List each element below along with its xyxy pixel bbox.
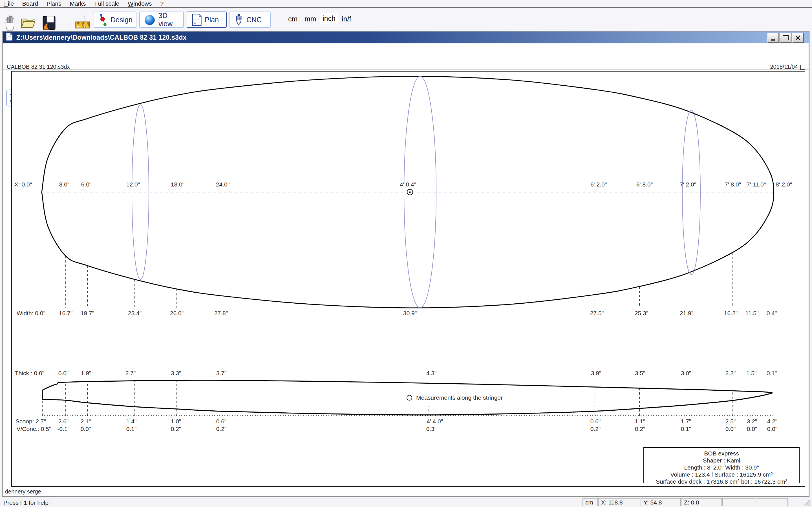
scoop-value: 1.7"	[681, 418, 691, 425]
x-value: 3.0"	[59, 181, 70, 188]
button-label: CNC	[246, 16, 262, 24]
width-value: 16.2"	[724, 310, 738, 317]
vconc-value: 0.1"	[126, 426, 137, 432]
x-value: 6' 2.0"	[591, 181, 607, 188]
canvas-date-label: 2015/11/04	[747, 64, 798, 70]
menu-item-full-scale[interactable]: Full scale	[90, 0, 124, 7]
title-bar[interactable]: Z:\Users\dennery\Downloads\CALBOB 82 31 …	[3, 32, 809, 43]
menu-item-windows[interactable]: Windows	[123, 0, 156, 7]
thick-value: 3.0"	[681, 370, 691, 377]
width-value: 27.8"	[214, 310, 228, 317]
3d-view-button[interactable]: 3D view	[139, 11, 184, 28]
scoop-value: 1.1"	[635, 418, 645, 425]
width-value: 21.9"	[680, 310, 693, 317]
x-value: 4' 0.4"	[400, 181, 416, 188]
unit-mm[interactable]: mm	[305, 15, 316, 23]
document-icon	[6, 33, 13, 43]
menu-item-file[interactable]: File	[0, 0, 18, 7]
thick-value: 0.1"	[767, 370, 777, 377]
save-icon[interactable]	[41, 14, 57, 32]
cnc-button[interactable]: CNC	[230, 11, 271, 28]
stringer-note-label: Measurements along the stringer	[416, 394, 503, 401]
thick-value: 4.3"	[426, 370, 437, 377]
width-value: 27.5"	[590, 310, 604, 317]
status-help-text: Press F1 for help	[3, 499, 49, 506]
menu-item-marks[interactable]: Marks	[65, 0, 90, 7]
width-value: 19.7"	[81, 310, 94, 317]
width-value: 25.3"	[635, 310, 648, 317]
sphere-icon	[144, 14, 156, 25]
status-bar: Press F1 for help cmX: 118.8Y: 54.8Z: 0.…	[0, 497, 812, 507]
scoop-value: 3.2"	[747, 418, 757, 425]
x-value: 6' 8.0"	[637, 181, 653, 188]
scoop-value: 1.0"	[171, 418, 181, 425]
scoop-value: 0.6"	[216, 418, 227, 425]
x-value: 7' 2.0"	[680, 181, 696, 188]
application-window: { "menu_bar": { "items": [ {"label": "Fi…	[0, 0, 812, 507]
info-box-line: Shaper : Kami	[644, 457, 799, 464]
open-folder-icon[interactable]	[20, 14, 36, 32]
close-icon	[795, 35, 801, 41]
thick-value: 3.7"	[216, 370, 227, 377]
cnc-plotter-icon	[234, 13, 244, 26]
user-label: dennery serge	[5, 489, 41, 495]
date-checkbox[interactable]	[800, 65, 805, 70]
width-value: 30.9"	[403, 310, 417, 317]
menu-item-board[interactable]: Board	[18, 0, 42, 7]
vconc-value: 0.2"	[591, 426, 601, 432]
canvas-file-label: CALBOB 82 31 120.s3dx	[7, 64, 70, 70]
thick-value: 3.9"	[591, 370, 601, 377]
x-value: 12.0"	[126, 181, 140, 188]
button-label: 3D view	[158, 11, 179, 28]
scoop-value: 4.2"	[767, 418, 777, 425]
thick-value: 2.2"	[725, 370, 736, 377]
width-value: 0.4"	[767, 310, 777, 317]
scoop-value: 2.1"	[81, 418, 91, 425]
scoop-value: 4' 4.0"	[426, 418, 443, 425]
hand-cursor-icon[interactable]	[2, 14, 18, 32]
menu-item-[interactable]: ?	[156, 0, 168, 7]
vconc-value: 0.2"	[216, 426, 227, 432]
x-value: X: 0.0"	[14, 181, 32, 188]
close-button[interactable]	[792, 33, 804, 43]
window-title: Z:\Users\dennery\Downloads\CALBOB 82 31 …	[16, 34, 187, 41]
scoop-value: 0.6"	[591, 418, 601, 425]
info-box-line: BOB express	[644, 450, 799, 457]
status-x-coordinate: X: 118.8	[598, 498, 640, 506]
plan-button[interactable]: Plan	[187, 11, 227, 28]
width-value: 11.5"	[746, 310, 759, 317]
vconc-value: 0.2"	[171, 426, 181, 432]
unit-inch[interactable]: inch	[320, 13, 338, 24]
stringer-note-marker	[407, 395, 412, 400]
center-marker-dot	[409, 191, 410, 193]
scoop-value: 2.6"	[58, 418, 69, 425]
design-button[interactable]: Design	[94, 11, 137, 28]
vconc-value: 0.0"	[81, 426, 91, 432]
menu-bar: FileBoardPlansMarksFull scaleWindows?	[0, 0, 812, 8]
vconc-value: 0.3"	[426, 426, 437, 432]
button-label: Plan	[205, 16, 219, 24]
board-info-box: BOB expressShaper : KamiLength : 8' 2.0"…	[644, 447, 800, 483]
x-value: 8' 2.0"	[776, 181, 792, 188]
width-value: 23.4"	[128, 310, 142, 317]
thick-value: 3.5"	[635, 370, 645, 377]
vconc-value: 0.0"	[747, 426, 757, 432]
thick-value: 2.7"	[125, 370, 136, 377]
width-value: 16.7"	[59, 310, 72, 317]
ruler-icon[interactable]	[74, 14, 90, 32]
maximize-button[interactable]	[780, 33, 791, 43]
unit-cm[interactable]: cm	[288, 15, 297, 23]
info-box-line: Surface dev deck : 17316.8 cm² bot : 167…	[644, 478, 799, 485]
thick-value: 0.0"	[58, 370, 69, 377]
resize-grip-icon[interactable]	[804, 499, 811, 506]
minimize-button[interactable]	[767, 33, 779, 43]
unit-inf[interactable]: in/f	[342, 15, 351, 23]
menu-item-plans[interactable]: Plans	[42, 0, 66, 7]
x-value: 7' 11.0"	[747, 181, 766, 188]
vconc-value: 0.0"	[725, 426, 736, 432]
vconc-value: V/Conc.: 0.5"	[16, 426, 51, 432]
maximize-icon	[783, 35, 789, 40]
scoop-value: Scoop: 2.7"	[15, 418, 46, 425]
main-toolbar: Design3D viewPlanCNC cmmminchin/f	[0, 8, 812, 31]
vconc-value: -0.1"	[57, 426, 70, 432]
